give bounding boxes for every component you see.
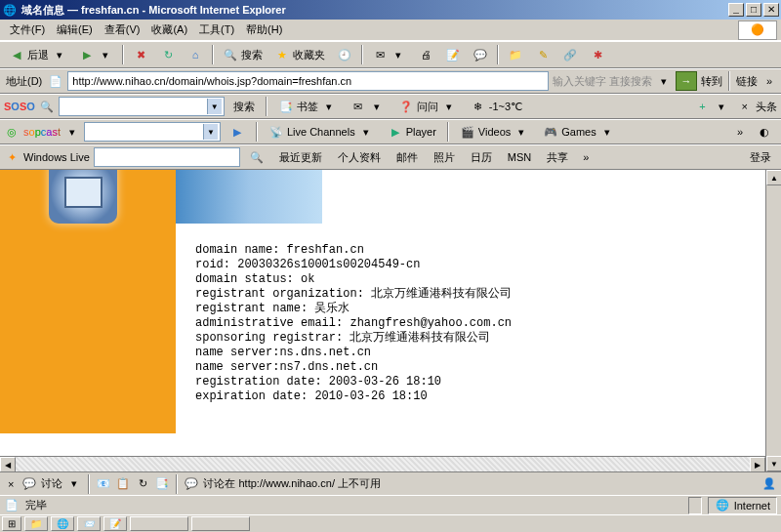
menu-edit[interactable]: 编辑(E) (51, 20, 99, 39)
go-button[interactable]: → (676, 71, 697, 91)
security-zone: 🌐Internet (708, 497, 777, 514)
player-label: Player (406, 126, 436, 138)
user-icon[interactable]: 👤 (761, 476, 777, 492)
favorites-button[interactable]: ★收藏夹 (269, 44, 330, 65)
status-text: 完毕 (25, 498, 47, 512)
tool-button[interactable]: ✱ (585, 44, 610, 65)
videos-button[interactable]: 🎬Videos▾ (455, 121, 534, 143)
home-button[interactable]: ⌂ (183, 44, 208, 65)
minimize-button[interactable]: _ (728, 3, 744, 17)
scroll-up-button[interactable]: ▲ (766, 170, 781, 185)
maximize-button[interactable]: □ (746, 3, 761, 17)
discuss-icon: 💬 (184, 476, 199, 492)
live-channels-button[interactable]: 📡Live Channels▾ (264, 121, 379, 143)
separator (497, 45, 499, 64)
recent-link[interactable]: 最近更新 (273, 150, 328, 165)
menu-tools[interactable]: 工具(T) (193, 20, 240, 39)
login-link[interactable]: 登录 (744, 150, 777, 165)
close-button[interactable]: ✕ (763, 3, 779, 17)
chevron-right-icon[interactable]: » (761, 73, 777, 89)
scroll-down-button[interactable]: ▼ (766, 456, 781, 471)
close-toolbar[interactable]: × (738, 101, 752, 112)
toutiao-label[interactable]: 头条 (756, 100, 777, 114)
soso-search-button[interactable]: 搜索 (228, 96, 260, 117)
stop-button[interactable]: ✖ (128, 44, 153, 65)
soso-toolbar: SOSO 🔍 ▼ 搜索 📑书签▾ ✉▾ ❓问问▾ ❄-1~3℃ +▾ × 头条 (0, 94, 781, 119)
tool-icon[interactable]: 📑 (154, 476, 170, 492)
mail-link[interactable]: 邮件 (390, 150, 424, 165)
edit-button[interactable]: 📝 (440, 44, 466, 65)
chevron-down-icon: ▾ (390, 47, 406, 62)
scroll-right-button[interactable]: ▶ (750, 457, 765, 471)
sopcast-go-button[interactable]: ▶ (225, 121, 250, 143)
print-button[interactable]: 🖨 (413, 44, 438, 65)
share-link[interactable]: 共享 (541, 150, 574, 165)
photos-link[interactable]: 照片 (428, 150, 461, 165)
menu-help[interactable]: 帮助(H) (240, 20, 288, 39)
expand-icon[interactable]: » (578, 149, 594, 165)
task-button[interactable]: 📨 (77, 516, 101, 531)
msn-link[interactable]: MSN (502, 151, 537, 163)
task-button[interactable] (130, 516, 188, 531)
scroll-left-button[interactable]: ◀ (0, 457, 16, 471)
expand-icon[interactable]: » (732, 124, 748, 140)
links-label[interactable]: 链接 (736, 74, 758, 89)
address-input[interactable] (67, 71, 549, 91)
close-discuss[interactable]: × (4, 478, 18, 490)
mail-button[interactable]: ✉▾ (367, 44, 411, 65)
task-button[interactable]: 📁 (24, 516, 48, 531)
tool-icon[interactable]: ↻ (135, 476, 150, 492)
soso-mail-button[interactable]: ✉▾ (346, 96, 390, 117)
profile-link[interactable]: 个人资料 (332, 150, 387, 165)
soso-add-button[interactable]: +▾ (690, 96, 734, 117)
tool-icon[interactable]: 📧 (96, 476, 111, 492)
back-label: 后退 (27, 48, 49, 62)
task-button[interactable]: 🌐 (51, 516, 74, 531)
soso-search-input[interactable]: ▼ (59, 97, 225, 116)
tool-button[interactable]: 📁 (503, 44, 528, 65)
task-button[interactable]: ⊞ (2, 516, 21, 531)
forward-button[interactable]: ▶▾ (74, 44, 118, 65)
chevron-down-icon[interactable]: ▼ (203, 124, 218, 140)
games-button[interactable]: 🎮Games▾ (538, 121, 619, 143)
separator (361, 45, 363, 64)
titlebar: 🌐 域名信息 — freshfan.cn - Microsoft Interne… (0, 0, 781, 20)
address-hint: 输入关键字 直接搜索 (553, 74, 652, 89)
discuss-button[interactable]: 💬 (468, 44, 493, 65)
games-label: Games (561, 126, 596, 138)
chevron-down-icon[interactable]: ▼ (207, 99, 222, 114)
menu-favorites[interactable]: 收藏(A) (145, 20, 193, 39)
task-button[interactable]: 📝 (103, 516, 127, 531)
scrollbar-vertical[interactable]: ▲ ▼ (765, 170, 781, 471)
tool-button[interactable]: ✎ (530, 44, 555, 65)
player-button[interactable]: ▶Player (383, 121, 441, 143)
chevron-down-icon[interactable]: ▾ (66, 476, 82, 492)
sopcast-search-input[interactable]: ▼ (84, 122, 221, 142)
toggle-button[interactable]: ◐ (752, 121, 777, 143)
soso-weather-button[interactable]: ❄-1~3℃ (466, 96, 527, 117)
winlive-search-button[interactable]: 🔍 (244, 146, 269, 168)
tool-button[interactable]: 🔗 (557, 44, 583, 65)
tool-icon[interactable]: 📋 (115, 476, 131, 492)
sidebar-orange (0, 170, 176, 433)
winlive-search-input[interactable] (94, 147, 240, 167)
chevron-down-icon: ▾ (714, 99, 729, 114)
chevron-down-icon[interactable]: ▾ (656, 73, 672, 89)
search-button[interactable]: 🔍搜索 (218, 44, 267, 65)
toolbar-main: ◀后退▾ ▶▾ ✖ ↻ ⌂ 🔍搜索 ★收藏夹 🕘 ✉▾ 🖨 📝 💬 📁 ✎ 🔗 … (0, 41, 781, 68)
soso-ask-button[interactable]: ❓问问▾ (393, 96, 462, 117)
chevron-down-icon[interactable]: ▾ (64, 124, 80, 140)
videos-label: Videos (478, 126, 511, 138)
soso-bookmark-button[interactable]: 📑书签▾ (273, 96, 342, 117)
separator (176, 474, 178, 494)
refresh-icon: ↻ (160, 47, 176, 62)
refresh-button[interactable]: ↻ (155, 44, 181, 65)
menu-view[interactable]: 查看(V) (99, 20, 146, 39)
back-button[interactable]: ◀后退▾ (4, 44, 72, 65)
history-button[interactable]: 🕘 (332, 44, 357, 65)
scrollbar-horizontal[interactable]: ◀ ▶ (0, 456, 765, 471)
player-icon: ▶ (388, 124, 403, 140)
task-button[interactable] (191, 516, 250, 531)
calendar-link[interactable]: 日历 (465, 150, 498, 165)
menu-file[interactable]: 文件(F) (4, 20, 51, 39)
